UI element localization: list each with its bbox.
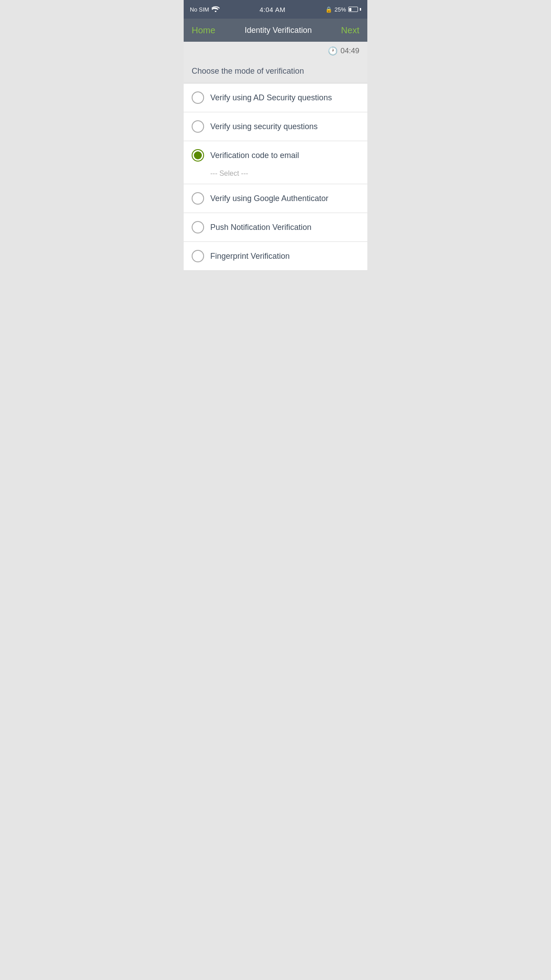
option-label-push-notification: Push Notification Verification: [210, 223, 311, 232]
home-button[interactable]: Home: [192, 25, 215, 36]
option-label-ad-security: Verify using AD Security questions: [210, 93, 332, 103]
timer-section: 🕐 04:49: [184, 42, 367, 60]
option-row-verification-email[interactable]: Verification code to email: [184, 141, 367, 170]
radio-fingerprint[interactable]: [192, 250, 204, 262]
radio-ad-security[interactable]: [192, 91, 204, 104]
status-bar: No SIM 4:04 AM 🔒 25%: [184, 0, 367, 19]
next-button[interactable]: Next: [341, 25, 359, 36]
option-item-security-questions: Verify using security questions: [184, 112, 367, 141]
option-item-google-auth: Verify using Google Authenticator: [184, 184, 367, 213]
status-right: 🔒 25%: [325, 6, 361, 13]
radio-push-notification[interactable]: [192, 221, 204, 233]
radio-security-questions[interactable]: [192, 120, 204, 133]
option-item-push-notification: Push Notification Verification: [184, 213, 367, 242]
radio-inner-verification-email: [194, 151, 202, 159]
option-label-verification-email: Verification code to email: [210, 151, 299, 160]
lock-icon: 🔒: [325, 6, 332, 13]
option-subfield-verification-email[interactable]: --- Select ---: [184, 170, 367, 184]
radio-google-auth[interactable]: [192, 192, 204, 205]
battery-percent: 25%: [335, 6, 346, 13]
option-row-fingerprint[interactable]: Fingerprint Verification: [184, 242, 367, 270]
option-label-security-questions: Verify using security questions: [210, 122, 318, 131]
option-item-ad-security: Verify using AD Security questions: [184, 83, 367, 112]
option-row-security-questions[interactable]: Verify using security questions: [184, 112, 367, 141]
option-row-ad-security[interactable]: Verify using AD Security questions: [184, 83, 367, 112]
bottom-area: [184, 271, 367, 360]
wifi-icon: [212, 6, 220, 13]
option-label-fingerprint: Fingerprint Verification: [210, 252, 290, 261]
sim-status: No SIM: [190, 6, 209, 13]
timer-icon: 🕐: [328, 46, 338, 56]
option-item-verification-email: Verification code to email--- Select ---: [184, 141, 367, 184]
battery-icon: [348, 7, 361, 12]
option-row-push-notification[interactable]: Push Notification Verification: [184, 213, 367, 241]
option-item-fingerprint: Fingerprint Verification: [184, 242, 367, 271]
status-left: No SIM: [190, 6, 220, 13]
status-time: 4:04 AM: [260, 6, 286, 13]
option-label-google-auth: Verify using Google Authenticator: [210, 194, 328, 203]
page-title: Identity Verification: [245, 26, 312, 35]
timer-value: 04:49: [340, 47, 359, 55]
nav-bar: Home Identity Verification Next: [184, 19, 367, 42]
option-row-google-auth[interactable]: Verify using Google Authenticator: [184, 184, 367, 213]
radio-verification-email[interactable]: [192, 149, 204, 162]
options-list: Verify using AD Security questionsVerify…: [184, 83, 367, 271]
mode-label: Choose the mode of verification: [184, 60, 367, 83]
